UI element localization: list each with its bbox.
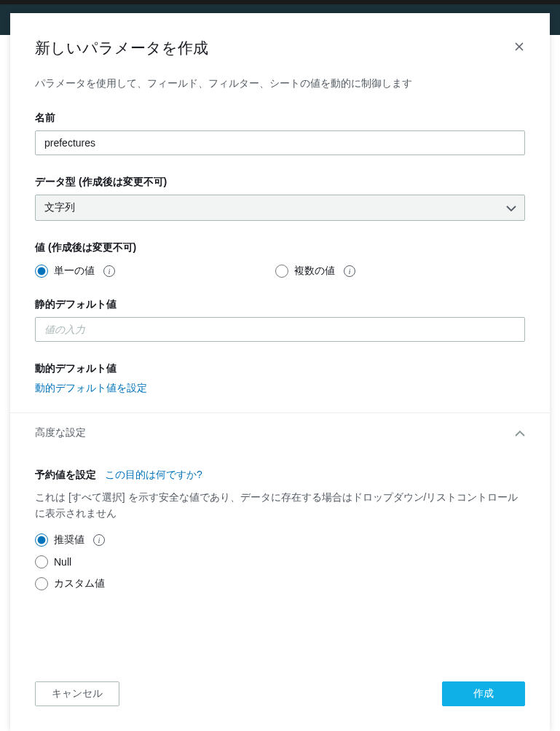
advanced-settings-title: 高度な設定 xyxy=(35,426,86,439)
close-icon[interactable] xyxy=(513,41,525,52)
info-icon[interactable]: i xyxy=(103,265,115,277)
custom-radio[interactable] xyxy=(35,577,48,590)
reserve-title: 予約値を設定 xyxy=(35,469,96,482)
custom-label: カスタム値 xyxy=(54,577,105,590)
info-icon[interactable]: i xyxy=(93,534,105,546)
recommended-radio[interactable] xyxy=(35,533,48,547)
name-label: 名前 xyxy=(35,112,525,125)
modal-title: 新しいパラメータを作成 xyxy=(35,38,208,58)
cancel-button[interactable]: キャンセル xyxy=(35,681,119,706)
dynamic-default-label: 動的デフォルト値 xyxy=(35,362,525,375)
reserve-help-link[interactable]: この目的は何ですか? xyxy=(105,469,202,482)
null-label: Null xyxy=(54,556,71,568)
values-label: 値 (作成後は変更不可) xyxy=(35,241,525,254)
multiple-values-radio[interactable] xyxy=(275,265,288,278)
multiple-values-label: 複数の値 xyxy=(294,265,335,278)
reserve-description: これは [すべて選択] を示す安全な値であり、データに存在する場合はドロップダウ… xyxy=(35,489,525,522)
static-default-input[interactable] xyxy=(35,317,525,342)
info-icon[interactable]: i xyxy=(344,265,355,277)
datatype-selected-value: 文字列 xyxy=(44,201,75,214)
null-radio[interactable] xyxy=(35,555,48,568)
modal-description: パラメータを使用して、フィールド、フィルター、シートの値を動的に制御します xyxy=(35,76,525,91)
single-value-label: 単一の値 xyxy=(54,265,95,278)
datatype-label: データ型 (作成後は変更不可) xyxy=(35,176,525,189)
dynamic-default-link[interactable]: 動的デフォルト値を設定 xyxy=(35,382,147,394)
static-default-label: 静的デフォルト値 xyxy=(35,298,525,311)
create-parameter-modal: 新しいパラメータを作成 パラメータを使用して、フィールド、フィルター、シートの値… xyxy=(10,13,550,731)
name-input[interactable] xyxy=(35,130,525,155)
create-button[interactable]: 作成 xyxy=(442,681,525,706)
advanced-settings-toggle[interactable]: 高度な設定 xyxy=(35,426,525,439)
single-value-radio[interactable] xyxy=(35,265,48,278)
chevron-up-icon xyxy=(515,426,525,439)
datatype-select[interactable]: 文字列 xyxy=(35,195,525,221)
recommended-label: 推奨値 xyxy=(54,533,84,547)
